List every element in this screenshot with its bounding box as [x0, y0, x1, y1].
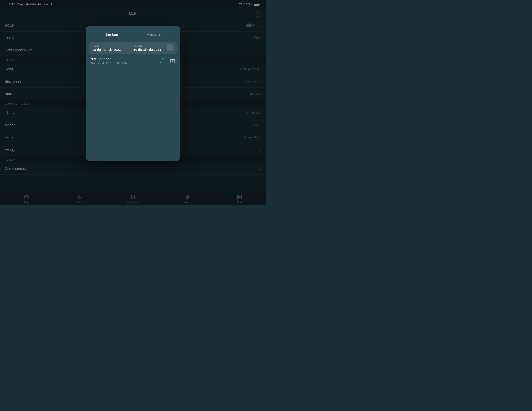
share-button[interactable]	[158, 57, 166, 65]
date-iniciar[interactable]: Iniciar 12 de mar de 2023	[92, 44, 125, 52]
modal-tabs: Backup Adicionar	[86, 26, 180, 39]
iniciar-label: Iniciar	[92, 44, 125, 47]
modal-tab-backup[interactable]: Backup	[90, 30, 133, 39]
modal-date-row: Iniciar 12 de mar de 2023 → Finalizar 10…	[89, 42, 177, 54]
backup-item-meta: 10 de abr de 2023 15:00 72 Mb	[89, 62, 129, 65]
date-arrow: →	[127, 46, 132, 50]
backup-item: Perfil pessoal 10 de abr de 2023 15:00 7…	[89, 57, 177, 68]
date-finalizar[interactable]: Finalizar 10 de abr de 2023	[133, 44, 167, 52]
finalizar-value: 10 de abr de 2023	[133, 48, 167, 52]
modal-overlay[interactable]: Backup Adicionar Iniciar 12 de mar de 20…	[0, 0, 266, 206]
backup-item-name: Perfil pessoal	[89, 57, 129, 61]
modal-tab-adicionar[interactable]: Adicionar	[133, 30, 176, 39]
backup-modal: Backup Adicionar Iniciar 12 de mar de 20…	[86, 26, 180, 161]
backup-item-header: Perfil pessoal 10 de abr de 2023 15:00 7…	[89, 57, 177, 65]
backup-actions	[158, 57, 177, 65]
backup-item-info: Perfil pessoal 10 de abr de 2023 15:00 7…	[89, 57, 129, 65]
finalizar-label: Finalizar	[133, 44, 167, 47]
date-more-button[interactable]: ...	[167, 44, 174, 51]
iniciar-value: 12 de mar de 2023	[92, 48, 125, 52]
modal-empty	[86, 71, 180, 161]
delete-button[interactable]	[169, 57, 177, 65]
